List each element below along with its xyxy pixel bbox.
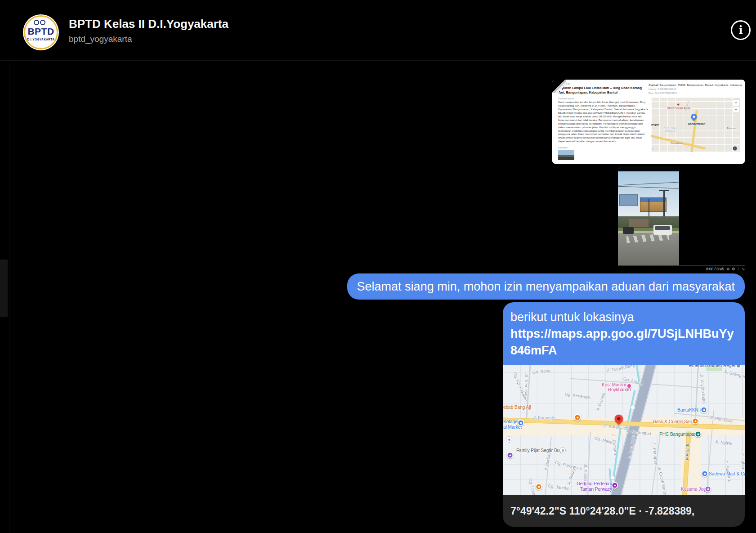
health-pin xyxy=(695,431,702,438)
avatar-logo-subtext: D.I.YOGYAKARTA xyxy=(23,38,59,41)
map-road-label: Jl. Tahta xyxy=(740,453,745,469)
map-poi-label: Emerald Garden Regency xyxy=(689,365,741,368)
report-judul-label: Judul aduan xyxy=(558,82,648,85)
video-attachment[interactable] xyxy=(618,166,679,266)
map-road-label: Singosaren xyxy=(671,142,683,144)
lock-pin xyxy=(701,407,707,413)
page-fold xyxy=(552,80,566,93)
report-map[interactable]: + − RSKIA Permata BundaKAMPUNGMRICANSing… xyxy=(651,98,740,152)
coordinates-caption: 7°49'42.2"S 110°24'28.0"E · -7.828389, 1… xyxy=(503,495,745,527)
restaurant-pin xyxy=(692,418,699,425)
report-title: Laporan Lampu Lalu Lintas Mati – Ring Ro… xyxy=(558,86,648,94)
report-attachment[interactable]: Judul aduan Laporan Lampu Lalu Lintas Ma… xyxy=(552,80,745,164)
report-address: Alamat: Banguntapan, 55198, Banguntapan,… xyxy=(649,83,742,86)
map-poi-label: BantuKKN.id xyxy=(677,408,703,412)
map-road-label: MRICAN xyxy=(665,130,676,133)
store-pin xyxy=(702,470,708,477)
chat-header: BPTD D.I.YOGYAKARTA BPTD Kelas II D.I.Yo… xyxy=(0,0,756,61)
report-body: Kami melaporkan kondisi lampu lalu linta… xyxy=(558,101,648,143)
report-longitude: Bujur: 110.40777236223222 xyxy=(649,92,742,94)
map-poi-label: Gedung Pertemuan xyxy=(577,482,616,486)
map-poi-label: Sadewa Mart & Caff xyxy=(709,472,745,476)
video-van xyxy=(653,225,672,235)
address-value: Banguntapan, 55198, Banguntapan, Bantul,… xyxy=(659,83,742,86)
map-road-label: angan xyxy=(651,123,659,126)
shopping-pin xyxy=(518,420,524,426)
event-pin xyxy=(612,482,618,489)
settings-icon[interactable]: ⚙ xyxy=(732,267,735,271)
report-left-column: Judul aduan Laporan Lampu Lalu Lintas Ma… xyxy=(558,82,648,160)
poi-pin xyxy=(506,436,512,443)
map-road-label: Jl. Pleret xyxy=(685,443,689,461)
attachment-thumbnail[interactable] xyxy=(558,150,574,160)
message-text: Selamat siang min, mohon izin menyampaik… xyxy=(357,280,735,293)
video-seekbar[interactable] xyxy=(618,265,745,266)
hospital-icon: + xyxy=(677,103,680,107)
info-button[interactable]: i xyxy=(731,20,751,40)
map-link[interactable]: https://maps.app.goo.gl/7USjLNHBuYy846mF… xyxy=(510,326,737,359)
video-billboard xyxy=(619,194,638,206)
message-bubble: Selamat siang min, mohon izin menyampaik… xyxy=(347,273,745,300)
zoom-out-button[interactable]: − xyxy=(733,106,739,113)
map-zoom-controls: + − xyxy=(733,99,739,113)
info-icon: i xyxy=(738,23,743,36)
chat-title: BPTD Kelas II D.I.Yogyakarta xyxy=(69,17,228,31)
map-poi-label: Roykhanah xyxy=(608,388,631,392)
restaurant-pin xyxy=(574,414,581,421)
report-right-column: Alamat: Banguntapan, 55198, Banguntapan,… xyxy=(649,83,742,94)
map-poi-label: Family Pijat Segar Bugar xyxy=(516,448,566,453)
content-divider xyxy=(9,60,9,533)
road-shield xyxy=(631,406,635,409)
map-road-label: © xyxy=(652,148,654,150)
report-latitude: Lintang: -7.8283992193616 xyxy=(649,88,742,90)
video-building xyxy=(629,219,649,227)
location-message-header: berikut untuk lokasinya https://maps.app… xyxy=(503,302,745,365)
location-message[interactable]: berikut untuk lokasinya https://maps.app… xyxy=(503,302,745,527)
map-poi-label: ebab Bang Aji xyxy=(503,405,531,410)
road-shield xyxy=(610,476,615,479)
map-road-label: Banguntapan xyxy=(688,122,705,125)
report-deskripsi-label: Deskripsi aduan xyxy=(558,97,648,100)
map-road-label: KAMPUNG xyxy=(664,127,677,130)
poi-pin xyxy=(559,447,566,453)
fullscreen-icon[interactable]: ↘ xyxy=(742,267,745,271)
zoom-in-button[interactable]: + xyxy=(733,99,739,106)
lodging-pin xyxy=(626,383,632,389)
chat-screen: BPTD D.I.YOGYAKARTA BPTD Kelas II D.I.Yo… xyxy=(0,0,756,533)
message-text: berikut untuk lokasinya xyxy=(510,309,737,326)
video-billboard xyxy=(640,197,667,212)
poi-pin xyxy=(705,486,711,493)
video-pole-arm xyxy=(659,190,669,191)
map-road-label: Jl. Karanglo xyxy=(532,415,555,420)
volume-icon[interactable]: ⊕ xyxy=(726,267,729,271)
left-edge-panel xyxy=(0,260,8,317)
avatar[interactable]: BPTD D.I.YOGYAKARTA xyxy=(23,14,59,50)
map-poi-label: Taman Perwacy xyxy=(580,487,612,492)
poi-pin xyxy=(507,452,514,459)
video-time: 0:00 / 0:45 xyxy=(706,267,724,271)
address-label: Alamat: xyxy=(649,83,659,86)
avatar-logo-text: BPTD xyxy=(23,26,59,37)
video-controls: 0:00 / 0:45 ⊕ ⚙ ↓ ↘ xyxy=(706,267,745,271)
logo-ornament-icon xyxy=(34,20,39,25)
download-icon[interactable]: ↓ xyxy=(738,267,739,271)
report-lampiran-label: Lampiran xyxy=(558,146,648,149)
map-road-label: Pitorono xyxy=(727,127,735,130)
chat-username: bptd_yogyakarta xyxy=(69,34,132,44)
map-image[interactable]: Gg. SengJl. KemasanGg. Kp. PekatenGg. Ke… xyxy=(503,365,745,495)
restaurant-pin xyxy=(536,484,542,490)
video-car xyxy=(623,227,634,234)
map-info-icon: i xyxy=(733,147,737,151)
